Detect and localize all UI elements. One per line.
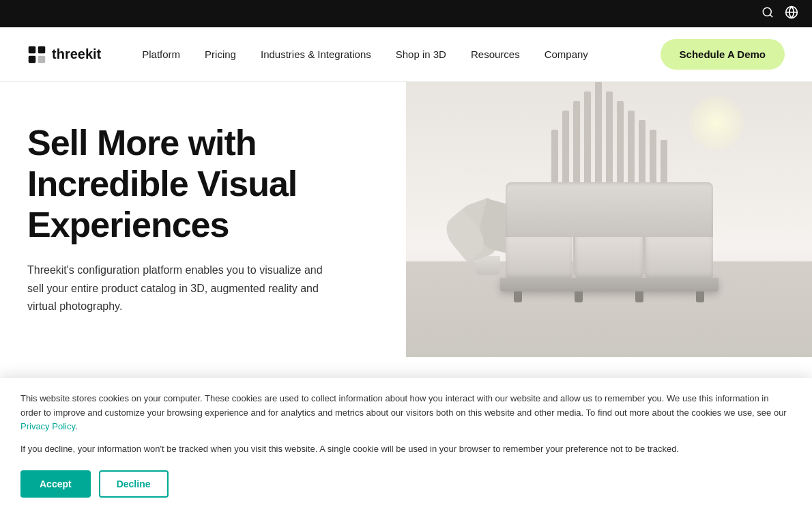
nav-links: Platform Pricing Industries & Integratio… xyxy=(142,48,660,60)
sofa-scene xyxy=(406,82,812,357)
top-bar xyxy=(0,0,812,27)
schedule-demo-button[interactable]: Schedule A Demo xyxy=(661,39,785,70)
logo-icon xyxy=(27,45,46,64)
svg-rect-4 xyxy=(29,46,36,53)
svg-rect-7 xyxy=(38,55,46,63)
nav-company[interactable]: Company xyxy=(545,48,588,60)
globe-icon[interactable] xyxy=(785,5,798,23)
hero-text: Sell More with Incredible Visual Experie… xyxy=(0,82,406,357)
svg-rect-5 xyxy=(38,46,46,53)
svg-rect-6 xyxy=(29,55,36,63)
navbar: threekit Platform Pricing Industries & I… xyxy=(0,27,812,82)
sofa-base xyxy=(500,278,719,291)
hero-subtitle: Threekit's configuration platform enable… xyxy=(27,261,328,315)
lamp-glow xyxy=(689,96,744,150)
hero-image xyxy=(406,82,812,357)
nav-platform[interactable]: Platform xyxy=(142,48,180,60)
sofa-cushions xyxy=(506,237,713,278)
nav-industries[interactable]: Industries & Integrations xyxy=(261,48,371,60)
hero-section: Sell More with Incredible Visual Experie… xyxy=(0,82,812,357)
sofa-legs xyxy=(500,291,719,302)
logo-text: threekit xyxy=(52,46,101,62)
sofa-back xyxy=(506,182,713,237)
nav-shop3d[interactable]: Shop in 3D xyxy=(396,48,446,60)
nav-pricing[interactable]: Pricing xyxy=(205,48,236,60)
logo[interactable]: threekit xyxy=(27,45,101,64)
search-icon[interactable] xyxy=(762,6,774,22)
nav-resources[interactable]: Resources xyxy=(471,48,520,60)
svg-line-1 xyxy=(770,14,772,16)
sofa xyxy=(500,182,719,302)
hero-title: Sell More with Incredible Visual Experie… xyxy=(27,123,379,245)
